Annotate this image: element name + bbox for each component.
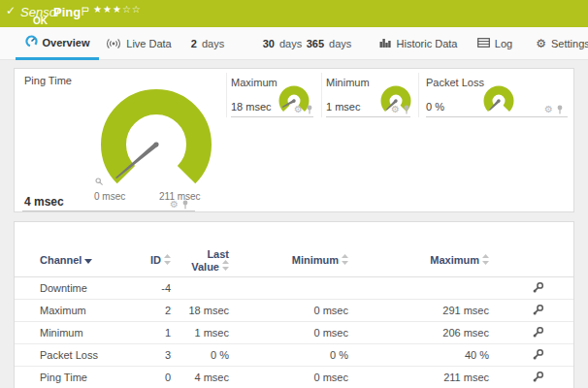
- table-row-packet-loss: Packet Loss 3 0 % 0 % 40 %: [15, 344, 573, 367]
- packet-loss-gauge: [481, 83, 516, 118]
- bar-chart-icon: [379, 38, 392, 49]
- tab-label: Log: [495, 38, 512, 49]
- channels-panel: Channel ID LastValue Minimum Maximum Dow…: [14, 221, 574, 388]
- column-header-minimum[interactable]: Minimum: [292, 254, 348, 267]
- tab-log[interactable]: Log: [475, 27, 514, 60]
- status-badge: OK: [33, 16, 48, 26]
- sensor-page: ✓ Sensor Ping ★★★☆☆ OK Overview Live Dat…: [0, 0, 588, 388]
- tab-2-days[interactable]: 2 days: [188, 27, 227, 60]
- pin-icon[interactable]: [181, 200, 189, 210]
- column-header-id[interactable]: ID: [150, 254, 171, 267]
- gauge-tools: ⚙: [391, 105, 410, 114]
- channel-settings-icon[interactable]: [532, 371, 544, 385]
- tab-number: 2: [191, 38, 197, 49]
- ping-time-gauge: [83, 88, 229, 197]
- maximum-value: 206 msec: [348, 327, 489, 339]
- pin-icon[interactable]: [556, 105, 564, 114]
- minimum-value: 0 msec: [229, 305, 348, 316]
- divider: [231, 116, 313, 117]
- tab-unit: days: [202, 38, 224, 49]
- tab-historic-data[interactable]: Historic Data: [380, 27, 456, 60]
- tab-unit: days: [329, 38, 351, 49]
- gauge-cell-packet-loss: Packet Loss 0 % ⚙: [418, 73, 572, 117]
- gauge-tools: ⚙: [294, 105, 313, 114]
- last-value: 18 msec: [171, 305, 229, 316]
- last-value: 0 %: [171, 349, 229, 361]
- tab-label: Overview: [43, 37, 90, 48]
- channel-id: 1: [147, 327, 171, 339]
- channel-settings-icon[interactable]: [532, 304, 544, 318]
- tab-bar: Overview Live Data 2 days 30 days 365 da…: [0, 27, 588, 60]
- tab-number: 30: [263, 38, 275, 49]
- channel-name: Minimum: [15, 327, 147, 339]
- channel-id: 0: [147, 372, 171, 383]
- sensor-status-bar: ✓ Sensor Ping ★★★☆☆ OK: [0, 0, 588, 27]
- tab-live-data[interactable]: Live Data: [109, 27, 169, 60]
- divider: [326, 116, 410, 117]
- tab-label: Settings: [551, 38, 588, 49]
- ok-check-icon: ✓: [6, 4, 16, 17]
- gauge-tools: ⚙: [170, 200, 189, 210]
- gear-icon[interactable]: ⚙: [294, 105, 303, 114]
- scale-zoom-icon[interactable]: [95, 173, 104, 190]
- flag-icon: [82, 3, 89, 20]
- priority-stars[interactable]: ★★★☆☆: [93, 4, 142, 15]
- channel-id: -4: [147, 282, 171, 294]
- tab-365-days[interactable]: 365 days: [304, 27, 354, 60]
- channel-settings-icon[interactable]: [532, 281, 544, 296]
- gauge-value: 0 %: [426, 101, 444, 113]
- minimum-value: 0 %: [229, 349, 348, 361]
- column-header-last-value[interactable]: LastValue: [191, 248, 229, 273]
- tab-overview[interactable]: Overview: [16, 27, 99, 60]
- live-data-icon: [106, 37, 121, 50]
- channel-name: Maximum: [15, 305, 147, 316]
- tab-settings[interactable]: ⚙ Settings: [536, 27, 588, 60]
- tab-30-days[interactable]: 30 days: [260, 27, 305, 60]
- last-value: 1 msec: [171, 327, 229, 339]
- sort-icon: [342, 254, 348, 267]
- gauge-cell-minimum: Minimum 1 msec ⚙: [321, 73, 418, 117]
- gauge-cell-maximum: Maximum 18 msec ⚙: [226, 73, 321, 117]
- column-header-channel[interactable]: Channel: [40, 254, 92, 266]
- last-value: 4 msec: [171, 372, 229, 383]
- table-row-minimum: Minimum 1 1 msec 0 msec 206 msec: [15, 322, 573, 344]
- pin-icon[interactable]: [403, 105, 410, 114]
- channel-settings-icon[interactable]: [532, 326, 544, 340]
- gear-icon[interactable]: ⚙: [170, 200, 179, 210]
- gauge-label: Minimum: [326, 77, 370, 88]
- table-row-maximum: Maximum 2 18 msec 0 msec 291 msec: [15, 300, 573, 322]
- channel-id: 3: [147, 349, 171, 361]
- maximum-value: 291 msec: [348, 305, 489, 316]
- minimum-value: 0 msec: [229, 327, 348, 339]
- channel-name: Packet Loss: [15, 349, 147, 361]
- gauge-value: 18 msec: [231, 101, 272, 113]
- gauge-tools: ⚙: [544, 105, 564, 114]
- gauge-label: Packet Loss: [426, 77, 484, 88]
- gauges-panel: Ping Time 0 msec 211 msec 4 msec ⚙ Maxim…: [14, 68, 574, 212]
- channel-settings-icon[interactable]: [532, 348, 544, 363]
- tab-unit: days: [279, 38, 302, 49]
- channel-id: 2: [147, 305, 171, 316]
- sort-desc-icon: [84, 254, 92, 266]
- primary-gauge-label: Ping Time: [24, 75, 72, 86]
- tab-label: Historic Data: [397, 38, 458, 49]
- gauge-icon: [25, 35, 38, 49]
- gauge-label: Maximum: [231, 77, 278, 88]
- table-row-downtime: Downtime -4: [15, 277, 573, 300]
- log-icon: [477, 38, 490, 49]
- maximum-value: 211 msec: [348, 372, 489, 383]
- maximum-value: 40 %: [348, 349, 489, 361]
- tab-label: Live Data: [126, 38, 171, 49]
- table-header-row: Channel ID LastValue Minimum Maximum: [15, 243, 573, 277]
- sort-icon: [164, 254, 171, 267]
- channel-name: Ping Time: [15, 372, 147, 383]
- gear-icon[interactable]: ⚙: [391, 105, 400, 114]
- sort-icon: [222, 260, 229, 273]
- gear-icon[interactable]: ⚙: [544, 105, 553, 114]
- channel-name: Downtime: [15, 282, 147, 294]
- pin-icon[interactable]: [306, 105, 313, 114]
- sort-icon: [482, 254, 489, 267]
- sensor-name: Ping: [53, 5, 81, 19]
- column-header-maximum[interactable]: Maximum: [430, 254, 489, 267]
- divider: [426, 116, 568, 117]
